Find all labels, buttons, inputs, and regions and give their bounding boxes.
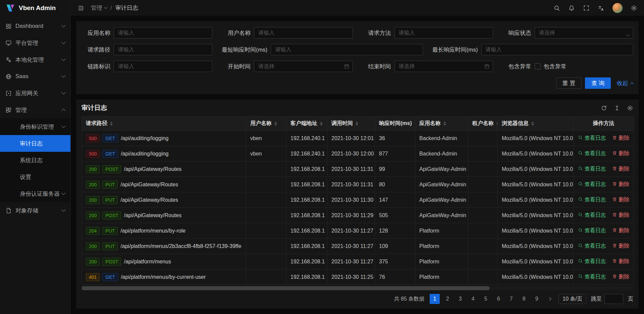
scrollbar-thumb[interactable] bbox=[82, 286, 490, 290]
sort-icon[interactable] bbox=[274, 122, 277, 126]
sort-icon[interactable] bbox=[531, 122, 534, 126]
sidebar-item-saas[interactable]: Saas bbox=[0, 68, 70, 85]
view-log-button[interactable]: 查看日志 bbox=[578, 258, 606, 265]
delete-button[interactable]: 删除 bbox=[612, 150, 630, 157]
search-icon[interactable] bbox=[553, 5, 560, 11]
cell-request-path: 401GET/api/platform/menus/by-current-use… bbox=[82, 269, 246, 285]
response-status-select[interactable] bbox=[535, 27, 633, 39]
min-response-time-input[interactable] bbox=[271, 44, 423, 55]
sidebar-subitem-auth-server[interactable]: 身份认证服务器 bbox=[0, 185, 70, 202]
translate-icon[interactable]: 文 bbox=[598, 5, 604, 11]
sort-icon[interactable] bbox=[443, 122, 446, 126]
chevron-up-icon bbox=[630, 82, 634, 86]
delete-button[interactable]: 删除 bbox=[612, 166, 630, 173]
collapse-button[interactable]: 收起 bbox=[617, 79, 633, 87]
row-height-icon[interactable] bbox=[614, 105, 620, 111]
trace-id-input[interactable] bbox=[114, 61, 212, 72]
view-log-button[interactable]: 查看日志 bbox=[578, 166, 606, 173]
start-time-picker[interactable] bbox=[254, 61, 353, 72]
cell-user bbox=[246, 162, 286, 177]
column-header-ip[interactable]: 客户端地址 bbox=[286, 117, 327, 131]
page-button-3[interactable]: 3 bbox=[455, 294, 465, 304]
cell-browser-info: Mozilla/5.0 (Windows NT 10.0; Win bbox=[498, 192, 574, 208]
column-header-time[interactable]: 调用时间 bbox=[327, 117, 375, 131]
column-header-ms[interactable]: 响应时间(ms) bbox=[375, 117, 415, 131]
view-log-button[interactable]: 查看日志 bbox=[578, 243, 606, 250]
page-size-select[interactable]: 10 条/页 bbox=[558, 294, 586, 304]
view-log-button[interactable]: 查看日志 bbox=[578, 212, 606, 219]
page-button-6[interactable]: 6 bbox=[493, 294, 503, 304]
user-name-input[interactable] bbox=[254, 27, 353, 39]
page-content: 应用名称 用户名称 请求方法 响应状态 bbox=[71, 16, 644, 314]
header-icons: 文 bbox=[553, 3, 637, 13]
view-log-button[interactable]: 查看日志 bbox=[578, 135, 606, 142]
cell-actions: 查看日志删除 bbox=[574, 162, 634, 177]
end-time-picker[interactable] bbox=[394, 61, 493, 72]
sort-icon[interactable] bbox=[110, 122, 113, 126]
column-header-app[interactable]: 应用名称 bbox=[415, 117, 468, 131]
horizontal-scrollbar[interactable] bbox=[82, 286, 633, 290]
breadcrumb-root[interactable]: 管理 bbox=[91, 4, 107, 12]
page-button-5[interactable]: 5 bbox=[481, 294, 491, 304]
sort-icon[interactable] bbox=[356, 122, 358, 126]
menu-fold-icon[interactable] bbox=[77, 5, 84, 11]
sort-icon[interactable] bbox=[320, 122, 323, 126]
delete-button[interactable]: 删除 bbox=[612, 243, 630, 250]
delete-button[interactable]: 删除 bbox=[612, 212, 630, 219]
page-button-4[interactable]: 4 bbox=[468, 294, 478, 304]
jump-page-input[interactable] bbox=[604, 294, 623, 304]
request-method-input[interactable] bbox=[394, 27, 493, 39]
max-response-time-input[interactable] bbox=[481, 44, 633, 55]
page-button-7[interactable]: 7 bbox=[506, 294, 516, 304]
delete-button[interactable]: 删除 bbox=[612, 135, 630, 142]
delete-button[interactable]: 删除 bbox=[612, 273, 630, 280]
page-button-2[interactable]: 2 bbox=[442, 294, 452, 304]
request-path-input[interactable] bbox=[114, 44, 212, 55]
view-log-button[interactable]: 查看日志 bbox=[578, 196, 606, 203]
include-exception-checkbox[interactable] bbox=[535, 63, 541, 69]
app-name-input[interactable] bbox=[114, 27, 212, 39]
sidebar-item-dashboard[interactable]: Dashboard bbox=[0, 18, 70, 35]
column-header-path[interactable]: 请求路径 bbox=[82, 117, 246, 131]
view-log-button[interactable]: 查看日志 bbox=[578, 227, 606, 234]
delete-button[interactable]: 删除 bbox=[612, 196, 630, 203]
sidebar-subitem-identity[interactable]: 身份标识管理 bbox=[0, 118, 70, 135]
filter-card: 应用名称 用户名称 请求方法 响应状态 bbox=[76, 21, 639, 94]
sidebar-item-platform[interactable]: 平台管理 bbox=[0, 35, 70, 51]
view-log-button[interactable]: 查看日志 bbox=[578, 273, 606, 280]
search-button[interactable]: 查 询 bbox=[585, 77, 611, 89]
column-header-user[interactable]: 用户名称 bbox=[246, 117, 286, 131]
settings-gear-icon[interactable] bbox=[631, 5, 637, 11]
view-log-button[interactable]: 查看日志 bbox=[578, 181, 606, 188]
notification-bell-icon[interactable] bbox=[568, 5, 575, 11]
cell-app-name: ApiGateWay-Admin bbox=[415, 177, 468, 192]
page-button-9[interactable]: 9 bbox=[532, 294, 542, 304]
fullscreen-icon[interactable] bbox=[583, 5, 590, 11]
sidebar-item-localization[interactable]: 本地化管理 bbox=[0, 51, 70, 68]
sidebar-item-gateway[interactable]: 应用网关 bbox=[0, 85, 70, 102]
sidebar-subitem-settings[interactable]: 设置 bbox=[0, 169, 70, 185]
cell-response-time: 375 bbox=[375, 254, 415, 269]
sidebar-item-storage[interactable]: 对象存储 bbox=[0, 202, 70, 219]
next-page-button[interactable] bbox=[544, 294, 554, 304]
page-button-1[interactable]: 1 bbox=[430, 294, 440, 304]
column-header-tenant[interactable]: 租户名称 bbox=[468, 117, 498, 131]
avatar[interactable] bbox=[612, 3, 623, 13]
view-log-icon bbox=[578, 258, 583, 265]
cell-browser-info: Mozilla/5.0 (Windows NT 10.0; Win bbox=[498, 269, 574, 285]
delete-button[interactable]: 删除 bbox=[612, 181, 630, 188]
logo[interactable]: Vben Admin bbox=[0, 0, 70, 16]
sort-icon[interactable] bbox=[496, 122, 498, 126]
sidebar-item-management[interactable]: 管理 bbox=[0, 102, 70, 118]
sidebar-subitem-audit-log[interactable]: 审计日志 bbox=[0, 135, 70, 152]
view-log-button[interactable]: 查看日志 bbox=[578, 150, 606, 157]
delete-button[interactable]: 删除 bbox=[612, 258, 630, 265]
page-button-8[interactable]: 8 bbox=[519, 294, 529, 304]
column-settings-icon[interactable] bbox=[627, 105, 633, 111]
cell-client-address: 192.168.208.1 bbox=[286, 208, 327, 223]
reset-button[interactable]: 重 置 bbox=[556, 77, 582, 89]
refresh-icon[interactable] bbox=[601, 105, 607, 111]
column-header-browser[interactable]: 浏览器信息 bbox=[498, 117, 574, 131]
sidebar-subitem-system-log[interactable]: 系统日志 bbox=[0, 152, 70, 169]
delete-button[interactable]: 删除 bbox=[612, 227, 630, 234]
